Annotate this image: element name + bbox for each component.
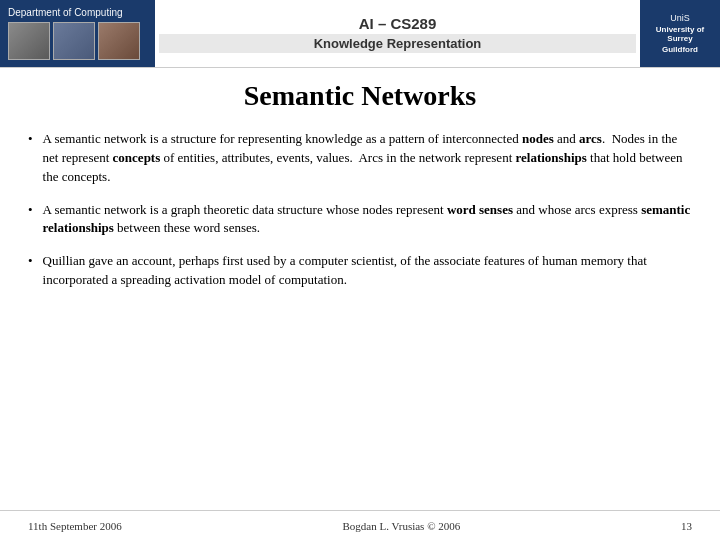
bullet-text-1: A semantic network is a structure for re… <box>43 130 692 187</box>
footer-author: Bogdan L. Vrusias © 2006 <box>342 520 460 532</box>
uni-name1: University of Surrey <box>644 25 716 43</box>
bullet-dot-1: • <box>28 131 33 147</box>
footer-date: 11th September 2006 <box>28 520 122 532</box>
course-subtitle: Knowledge Representation <box>159 34 636 53</box>
page-title: Semantic Networks <box>28 80 692 112</box>
footer-page-number: 13 <box>681 520 692 532</box>
photo-1 <box>8 22 50 60</box>
bullet-dot-3: • <box>28 253 33 269</box>
bullet-text-3: Quillian gave an account, perhaps first … <box>43 252 692 290</box>
header-left: Department of Computing <box>0 0 155 67</box>
dept-label: Department of Computing <box>8 7 123 18</box>
main-content: Semantic Networks • A semantic network i… <box>0 68 720 314</box>
photo-2 <box>53 22 95 60</box>
photo-3 <box>98 22 140 60</box>
bullet-item-3: • Quillian gave an account, perhaps firs… <box>28 252 692 290</box>
header-photos <box>8 22 140 60</box>
header-center: AI – CS289 Knowledge Representation <box>155 0 640 67</box>
bullet-dot-2: • <box>28 202 33 218</box>
uni-name2: Guildford <box>662 45 698 54</box>
footer: 11th September 2006 Bogdan L. Vrusias © … <box>0 510 720 540</box>
header: Department of Computing AI – CS289 Knowl… <box>0 0 720 68</box>
bullet-item-2: • A semantic network is a graph theoreti… <box>28 201 692 239</box>
course-title: AI – CS289 <box>359 15 437 32</box>
bullet-item-1: • A semantic network is a structure for … <box>28 130 692 187</box>
header-right: UniS University of Surrey Guildford <box>640 0 720 67</box>
bullet-text-2: A semantic network is a graph theoretic … <box>43 201 692 239</box>
uni-logo: UniS <box>670 13 690 23</box>
